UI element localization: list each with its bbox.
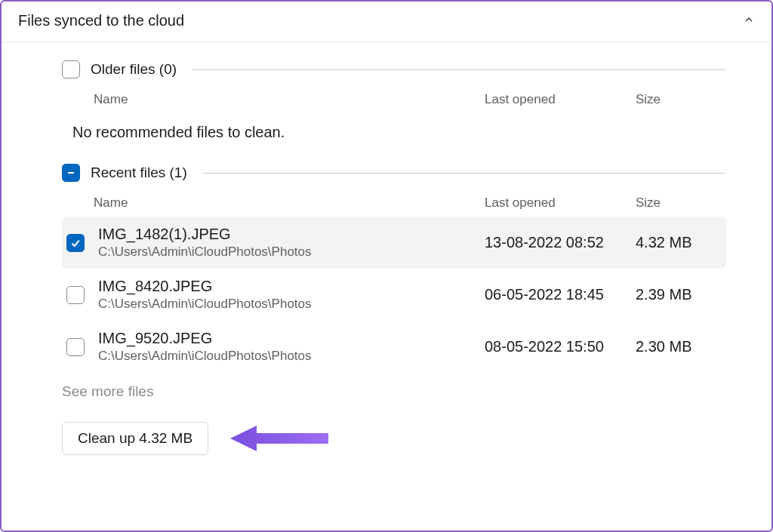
file-size: 2.30 MB (636, 338, 726, 355)
col-name: Name (94, 92, 485, 107)
file-name: IMG_8420.JPEG (98, 278, 485, 295)
cleanup-button[interactable]: Clean up 4.32 MB (62, 422, 208, 455)
col-last-opened: Last opened (485, 92, 636, 107)
file-info: IMG_1482(1).JPEG C:\Users\Admin\iCloudPh… (94, 226, 485, 260)
file-last-opened: 06-05-2022 18:45 (485, 286, 636, 303)
annotation-arrow-icon (226, 420, 332, 457)
file-size: 2.39 MB (636, 286, 726, 303)
col-name: Name (94, 195, 485, 211)
section-header: Recent files (1) (62, 164, 726, 182)
file-info: IMG_8420.JPEG C:\Users\Admin\iCloudPhoto… (94, 278, 485, 312)
recent-files-section: Recent files (1) Name Last opened Size I… (62, 164, 726, 457)
col-size: Size (636, 195, 726, 211)
file-last-opened: 13-08-2022 08:52 (485, 234, 636, 251)
file-size: 4.32 MB (636, 234, 726, 251)
file-info: IMG_9520.JPEG C:\Users\Admin\iCloudPhoto… (94, 330, 485, 364)
file-checkbox[interactable] (66, 286, 85, 304)
file-path: C:\Users\Admin\iCloudPhotos\Photos (98, 244, 485, 260)
panel-title: Files synced to the cloud (18, 12, 184, 29)
older-files-section: Older files (0) Name Last opened Size No… (62, 60, 726, 141)
col-size: Size (636, 92, 726, 107)
file-checkbox[interactable] (66, 234, 85, 252)
file-row[interactable]: IMG_8420.JPEG C:\Users\Admin\iCloudPhoto… (62, 269, 726, 321)
col-last-opened: Last opened (485, 195, 636, 211)
file-checkbox[interactable] (66, 338, 85, 356)
cleanup-bar: Clean up 4.32 MB (62, 420, 726, 457)
file-row[interactable]: IMG_9520.JPEG C:\Users\Admin\iCloudPhoto… (62, 321, 726, 373)
file-name: IMG_1482(1).JPEG (98, 226, 485, 243)
recent-files-checkbox[interactable] (62, 164, 80, 182)
no-files-message: No recommended files to clean. (62, 113, 726, 141)
column-headers: Name Last opened Size (62, 88, 726, 113)
recent-files-title: Recent files (1) (91, 165, 187, 181)
older-files-title: Older files (0) (91, 61, 177, 78)
panel-content: Older files (0) Name Last opened Size No… (2, 42, 771, 530)
file-row[interactable]: IMG_1482(1).JPEG C:\Users\Admin\iCloudPh… (62, 217, 726, 269)
divider-line (202, 173, 726, 174)
file-path: C:\Users\Admin\iCloudPhotos\Photos (98, 297, 485, 312)
cloud-files-panel: Files synced to the cloud Older files (0… (0, 0, 773, 532)
file-last-opened: 08-05-2022 15:50 (485, 338, 636, 355)
panel-header[interactable]: Files synced to the cloud (2, 2, 771, 42)
file-name: IMG_9520.JPEG (98, 330, 485, 347)
collapse-icon[interactable] (743, 14, 755, 29)
divider-line (192, 69, 726, 70)
section-header: Older files (0) (62, 60, 726, 78)
see-more-files-link[interactable]: See more files (62, 383, 726, 400)
file-path: C:\Users\Admin\iCloudPhotos\Photos (98, 349, 485, 364)
older-files-checkbox[interactable] (62, 60, 80, 78)
column-headers: Name Last opened Size (62, 191, 726, 217)
